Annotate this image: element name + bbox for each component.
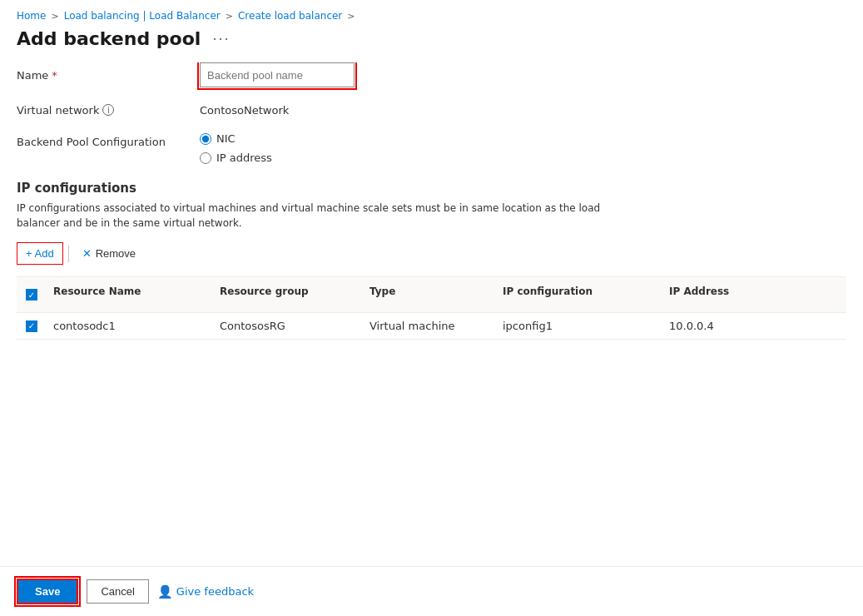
virtual-network-info-icon[interactable]: i <box>102 104 114 116</box>
cell-ip-config: ipconfig1 <box>496 313 662 339</box>
remove-icon: ✕ <box>82 247 92 260</box>
breadcrumb-home[interactable]: Home <box>17 10 46 22</box>
cancel-button[interactable]: Cancel <box>87 579 148 604</box>
cell-type: Virtual machine <box>363 313 496 339</box>
ip-address-option-row: IP address <box>200 152 272 164</box>
breadcrumb-sep3: > <box>347 11 355 22</box>
nic-option-row: NIC <box>200 132 272 145</box>
col-ip-config: IP configuration <box>496 282 662 307</box>
save-button[interactable]: Save <box>17 579 78 604</box>
col-type: Type <box>363 282 496 307</box>
virtual-network-value: ContosoNetwork <box>200 104 289 117</box>
virtual-network-label-text: Virtual network <box>17 104 99 117</box>
toolbar-separator <box>68 246 69 262</box>
breadcrumb-sep1: > <box>51 11 58 22</box>
name-label: Name * <box>17 69 200 82</box>
cell-ip-address: 10.0.0.4 <box>662 313 846 339</box>
backend-pool-config-options: NIC IP address <box>200 132 272 164</box>
name-input-wrapper <box>200 62 816 87</box>
col-resource-name: Resource Name <box>47 282 213 307</box>
table-row: contosodc1 ContososRG Virtual machine ip… <box>17 313 846 340</box>
required-star: * <box>52 69 57 82</box>
ip-configurations-title: IP configurations <box>17 181 846 196</box>
table-header: Resource Name Resource group Type IP con… <box>17 277 846 313</box>
footer: Save Cancel 👤 Give feedback <box>0 566 863 616</box>
cell-resource-group: ContososRG <box>213 313 363 339</box>
header-checkbox-cell <box>17 282 47 307</box>
virtual-network-label: Virtual network i <box>17 104 200 117</box>
toolbar: + Add ✕ Remove <box>17 242 846 265</box>
feedback-link[interactable]: 👤 Give feedback <box>157 584 254 599</box>
row-checkbox[interactable] <box>26 320 37 332</box>
ip-address-radio[interactable] <box>200 152 211 164</box>
nic-label: NIC <box>216 132 236 145</box>
breadcrumb-sep2: > <box>226 11 233 22</box>
backend-pool-config-row: Backend Pool Configuration NIC IP addres… <box>17 132 846 164</box>
ip-configurations-desc: IP configurations associated to virtual … <box>17 201 616 231</box>
virtual-network-row: Virtual network i ContosoNetwork <box>17 97 846 122</box>
feedback-label: Give feedback <box>176 585 254 598</box>
remove-button[interactable]: ✕ Remove <box>74 243 144 264</box>
ip-address-label: IP address <box>216 152 272 164</box>
remove-label: Remove <box>96 247 136 260</box>
cell-resource-name: contosodc1 <box>47 313 213 339</box>
backend-pool-config-label: Backend Pool Configuration <box>17 132 200 148</box>
col-resource-group: Resource group <box>213 282 363 307</box>
row-checkbox-cell <box>17 314 47 339</box>
header-checkbox[interactable] <box>26 289 37 301</box>
breadcrumb: Home > Load balancing | Load Balancer > … <box>0 0 863 25</box>
name-label-text: Name <box>17 69 48 82</box>
feedback-icon: 👤 <box>157 584 173 599</box>
nic-radio[interactable] <box>200 133 211 145</box>
breadcrumb-create-load-balancer[interactable]: Create load balancer <box>238 10 342 22</box>
name-input[interactable] <box>200 62 355 87</box>
add-button[interactable]: + Add <box>17 242 63 265</box>
col-ip-address: IP Address <box>662 282 846 307</box>
page-title: Add backend pool <box>17 28 201 49</box>
main-content: Name * Virtual network i ContosoNetwork … <box>0 62 863 566</box>
ellipsis-button[interactable]: ··· <box>209 28 233 49</box>
breadcrumb-load-balancing[interactable]: Load balancing | Load Balancer <box>64 10 221 22</box>
page-title-row: Add backend pool ··· <box>0 25 863 62</box>
ip-config-table: Resource Name Resource group Type IP con… <box>17 276 846 340</box>
name-row: Name * <box>17 62 846 87</box>
